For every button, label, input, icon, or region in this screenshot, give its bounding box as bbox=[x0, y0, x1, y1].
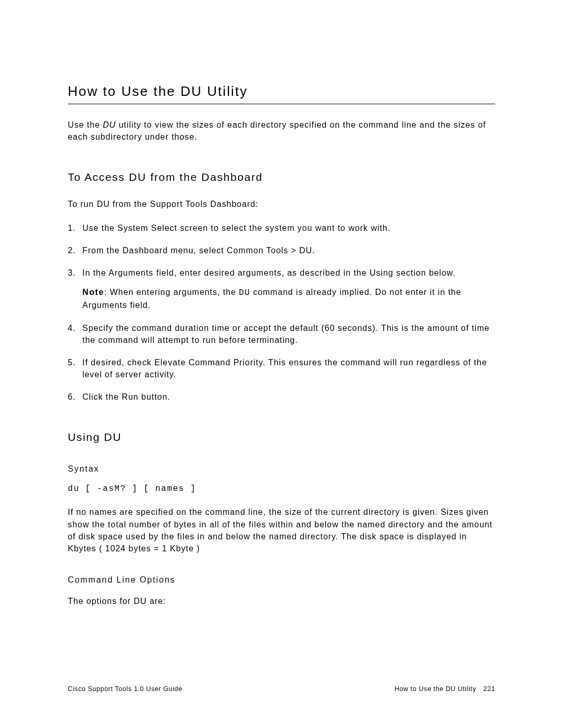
step-text: In the Arguments field, enter desired ar… bbox=[82, 268, 456, 277]
step-note: Note: When entering arguments, the DU co… bbox=[82, 286, 495, 311]
note-mono: DU bbox=[239, 288, 250, 298]
step-number: 4. bbox=[68, 322, 76, 334]
note-pre: : When entering arguments, the bbox=[104, 288, 239, 297]
intro-pre: Use the bbox=[68, 120, 103, 129]
footer-left: Cisco Support Tools 1.0 User Guide bbox=[68, 685, 182, 693]
step-text: Click the Run button. bbox=[82, 392, 170, 401]
intro-paragraph: Use the DU utility to view the sizes of … bbox=[68, 119, 495, 143]
intro-emphasis: DU bbox=[103, 120, 116, 129]
document-page: How to Use the DU Utility Use the DU uti… bbox=[0, 0, 563, 728]
step-text: From the Dashboard menu, select Common T… bbox=[82, 246, 315, 255]
step-number: 1. bbox=[68, 222, 76, 234]
footer-right: How to Use the DU Utility221 bbox=[395, 685, 495, 693]
using-description: If no names are specified on the command… bbox=[68, 506, 495, 554]
syntax-code: du [ -asM? ] [ names ] bbox=[68, 484, 495, 493]
clo-heading: Command Line Options bbox=[68, 575, 495, 585]
step-number: 2. bbox=[68, 244, 76, 256]
footer-right-label: How to Use the DU Utility bbox=[395, 685, 476, 693]
step-item: 5. If desired, check Elevate Command Pri… bbox=[68, 356, 495, 380]
page-footer: Cisco Support Tools 1.0 User Guide How t… bbox=[68, 685, 495, 693]
step-item: 6. Click the Run button. bbox=[68, 391, 495, 403]
step-item: 4. Specify the command duration time or … bbox=[68, 322, 495, 346]
intro-post: utility to view the sizes of each direct… bbox=[68, 120, 486, 141]
note-label: Note bbox=[82, 288, 104, 297]
clo-lead: The options for DU are: bbox=[68, 595, 495, 607]
syntax-heading: Syntax bbox=[68, 464, 495, 474]
step-number: 6. bbox=[68, 391, 76, 403]
access-lead: To run DU from the Support Tools Dashboa… bbox=[68, 198, 495, 210]
access-steps-list: 1. Use the System Select screen to selec… bbox=[68, 222, 495, 403]
step-text: Specify the command duration time or acc… bbox=[82, 324, 489, 344]
footer-page-number: 221 bbox=[483, 685, 495, 693]
section-heading-access: To Access DU from the Dashboard bbox=[68, 171, 495, 183]
step-number: 5. bbox=[68, 356, 76, 368]
step-item: 2. From the Dashboard menu, select Commo… bbox=[68, 244, 495, 256]
section-heading-using: Using DU bbox=[68, 431, 495, 443]
step-item: 1. Use the System Select screen to selec… bbox=[68, 222, 495, 234]
page-title: How to Use the DU Utility bbox=[68, 83, 495, 104]
step-text: Use the System Select screen to select t… bbox=[82, 224, 390, 232]
step-number: 3. bbox=[68, 267, 76, 279]
step-text: If desired, check Elevate Command Priori… bbox=[82, 358, 487, 379]
step-item: 3. In the Arguments field, enter desired… bbox=[68, 267, 495, 312]
